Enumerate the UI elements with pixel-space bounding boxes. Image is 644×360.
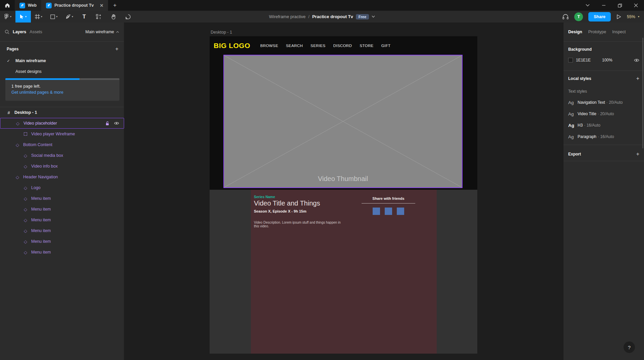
layer-row-bottom-content[interactable]: ◇ Bottom Content (0, 139, 124, 150)
style-name: H3 (578, 123, 583, 128)
layer-row-menu-item[interactable]: ◇ Menu item (0, 215, 124, 225)
comment-tool-button[interactable] (121, 11, 136, 22)
tab-layers[interactable]: Layers (13, 30, 26, 34)
layer-row-menu-item[interactable]: ◇ Menu item (0, 204, 124, 215)
layer-row-video-player-wireframe[interactable]: Video player Wireframe (0, 129, 124, 139)
page-switcher[interactable]: Main wireframe (86, 30, 119, 34)
figma-file-icon (46, 3, 52, 8)
tab-web[interactable]: Web (15, 0, 41, 11)
share-underline (362, 203, 415, 204)
tab-prototype[interactable]: Prototype (588, 30, 606, 34)
comment-icon (125, 14, 131, 19)
toolbar-right: T Share 55% ▾ (562, 12, 644, 21)
page-row-main-wireframe[interactable]: ✓ Main wireframe (0, 56, 124, 65)
text-style-paragraph[interactable]: Ag Paragraph · 16/Auto (568, 131, 639, 142)
move-tool-button[interactable]: ▾ (15, 11, 31, 22)
hand-tool-button[interactable] (106, 11, 121, 22)
unlock-icon[interactable] (105, 121, 109, 126)
style-meta: · 16/Auto (598, 134, 614, 139)
layer-row-logo[interactable]: ◇ Logo (0, 182, 124, 193)
home-button[interactable] (0, 0, 15, 11)
present-play-icon[interactable] (616, 14, 622, 19)
page-row-asset-designs[interactable]: Asset designs (0, 67, 124, 76)
canvas[interactable]: Desktop - 1 BIG LOGO BROWSE SEARCH SERIE… (124, 22, 564, 360)
frame-tool-button[interactable]: ▾ (31, 11, 46, 22)
new-tab-button[interactable]: + (108, 0, 121, 11)
avatar[interactable]: T (574, 12, 583, 21)
panel-scrollbar[interactable] (642, 38, 643, 148)
tab-inspect[interactable]: Inspect (612, 30, 626, 34)
text-style-navigation-text[interactable]: Ag Navigation Text · 20/Auto (568, 97, 639, 108)
export-header-row: Export + (568, 151, 639, 157)
nav-link: DISCORD (333, 44, 352, 48)
add-page-button[interactable]: + (115, 46, 118, 52)
add-style-button[interactable]: + (636, 76, 639, 82)
tab-practice-dropout-tv[interactable]: Practice dropout Tv ✕ (41, 0, 108, 11)
figma-file-icon (19, 3, 25, 8)
main-menu-button[interactable]: ▾ (0, 11, 15, 22)
share-button[interactable]: Share (588, 12, 611, 21)
style-name: Navigation Text (578, 100, 605, 105)
style-sample: Ag (568, 134, 578, 139)
upsell-link[interactable]: Get unlimited pages & more (11, 90, 113, 95)
layer-row-video-info-box[interactable]: ◇ Video info box (0, 161, 124, 172)
layer-label: Logo (31, 185, 41, 190)
visibility-eye-icon[interactable] (114, 122, 119, 125)
window-menu-chevron-icon[interactable] (580, 0, 596, 11)
layer-row-video-placeholder[interactable]: ◇ Video placeholder (0, 118, 124, 129)
video-description: Video Description. Lorem ipsum stuff and… (254, 221, 345, 228)
tab-design[interactable]: Design (568, 30, 582, 34)
text-style-h3[interactable]: Ag H3 · 16/Auto (568, 120, 639, 131)
wireframe-header-navigation: BIG LOGO BROWSE SEARCH SERIES DISCORD ST… (210, 36, 477, 55)
chevron-down-icon[interactable] (372, 15, 375, 18)
text-tool-button[interactable]: T (77, 11, 91, 22)
layer-label: Menu item (31, 239, 51, 244)
video-thumbnail-placeholder-selected[interactable]: Video Thumbnail (223, 55, 463, 188)
breadcrumb-separator: / (308, 14, 310, 19)
layer-row-social-media-box[interactable]: ◇ Social media box (0, 150, 124, 161)
social-icon-placeholders (362, 208, 415, 215)
layer-row-menu-item[interactable]: ◇ Menu item (0, 236, 124, 247)
layer-row-desktop-1[interactable]: # Desktop - 1 (0, 107, 124, 118)
diamond-icon: ◇ (23, 207, 28, 212)
background-opacity-value[interactable]: 100% (602, 58, 612, 62)
add-export-button[interactable]: + (636, 151, 639, 157)
tab-assets[interactable]: Assets (30, 30, 42, 34)
share-heading: Share with friends (362, 196, 415, 200)
tab-close-icon[interactable]: ✕ (100, 3, 104, 8)
nav-link: GIFT (381, 44, 391, 48)
text-style-video-title[interactable]: Ag Video Title · 20/Auto (568, 108, 639, 120)
layer-row-header-navigation[interactable]: ◇ Header Navigation (0, 172, 124, 182)
background-color-row[interactable]: 1E1E1E 100% (568, 58, 639, 62)
restore-icon[interactable] (612, 0, 628, 11)
breadcrumb-file[interactable]: Practice dropout Tv (312, 14, 353, 19)
minimize-icon[interactable] (596, 0, 612, 11)
home-icon (4, 2, 10, 8)
chevron-down-icon: ▾ (56, 15, 57, 18)
layer-row-menu-item[interactable]: ◇ Menu item (0, 247, 124, 258)
layer-label: Video info box (31, 164, 58, 169)
breadcrumb-project[interactable]: Wireframe practive (269, 14, 306, 19)
layer-row-menu-item[interactable]: ◇ Menu item (0, 193, 124, 204)
search-icon[interactable] (5, 30, 9, 34)
design-frame-desktop-1[interactable]: BIG LOGO BROWSE SEARCH SERIES DISCORD ST… (210, 36, 477, 354)
figma-logo-icon (4, 14, 9, 19)
tab-label: Web (28, 3, 37, 8)
zoom-level-control[interactable]: 55% ▾ (627, 14, 639, 19)
color-swatch[interactable] (568, 58, 573, 62)
resources-button[interactable] (91, 11, 106, 22)
pen-tool-button[interactable]: ▾ (62, 11, 77, 22)
pages-header-row: Pages + (7, 46, 118, 52)
wireframe-component-icon (23, 132, 28, 136)
right-sidebar: Design Prototype Inspect Background 1E1E… (564, 22, 644, 360)
layer-row-menu-item[interactable]: ◇ Menu item (0, 225, 124, 236)
headphones-icon[interactable] (562, 13, 569, 20)
close-window-icon[interactable] (628, 0, 644, 11)
visibility-eye-icon[interactable] (634, 58, 639, 62)
nav-link: SERIES (311, 44, 326, 48)
background-hex-value[interactable]: 1E1E1E (576, 58, 591, 62)
frame-name-label[interactable]: Desktop - 1 (211, 30, 232, 35)
help-button[interactable]: ? (624, 342, 635, 353)
style-meta: · 16/Auto (584, 123, 600, 128)
shape-tool-button[interactable]: ▾ (46, 11, 62, 22)
